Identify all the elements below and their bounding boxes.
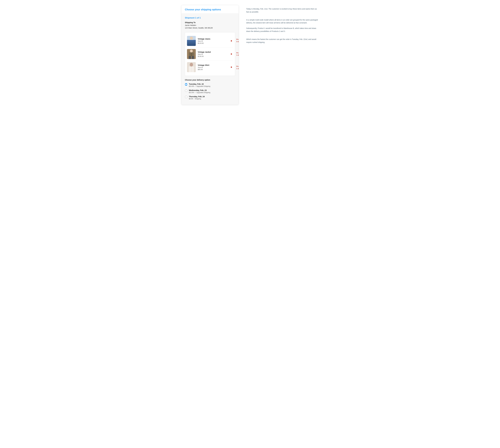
svg-rect-2 [189,40,193,42]
product-price: $119.00 [198,42,231,44]
annotation-transfer-text: Subsequently, Product 1 would be transfe… [246,27,319,33]
card-header: Choose your shipping options [181,5,239,14]
svg-point-1 [190,36,193,40]
shipping-to-name: Jamie Hebden [185,24,235,27]
delivery-option-3[interactable]: Thursday, Feb. 24 $8.99 – Shipping [185,96,235,100]
product-name: Vintage Jacket [198,51,231,53]
product-image-jacket [187,49,196,59]
product-image-jeans [187,36,196,46]
delivery-option-2[interactable]: Wednesday, Feb. 23 $15.99 — Upgraded Shi… [185,89,235,94]
radio-button-1[interactable] [185,83,187,86]
product-price: $130.50 [198,55,231,57]
delivery-option-1[interactable]: Tuesday, Feb. 22 $24.99 — Upgraded Shipp… [185,83,235,87]
annotation-dot-1 [231,40,232,42]
product-callout-3: Product 3 can be delivered in 1 day from… [236,65,239,70]
annotation-top: Today is Monday, Feb. 21st. The customer… [246,7,319,14]
annotation-fastest-text: Which means the fastest the customer can… [246,38,319,44]
product-info-jeans: Vintage Jeans Size M $119.00 [198,38,231,44]
products-container: Vintage Jeans Size M $119.00 [185,32,235,76]
svg-rect-3 [189,42,191,46]
shipping-card: Choose your shipping options Shipment 1 … [181,5,239,105]
annotations-panel: Today is Monday, Feb. 21st. The customer… [246,5,319,44]
shipment-label: Shipment 1 of 1 [185,17,235,19]
delivery-date-3: Thursday, Feb. 24 [189,96,205,97]
shipping-to-title: Shipping To [185,21,235,24]
page-title: Choose your shipping options [185,8,235,11]
annotation-fastest: Which means the fastest the customer can… [246,38,319,44]
shipping-to-address: 123 Main Street, Seattle, WA 98139 [185,27,235,29]
annotation-top-text: Today is Monday, Feb. 21st. The customer… [246,7,319,14]
radio-button-2[interactable] [185,89,187,92]
delivery-price-2: $15.99 — Upgraded Shipping [189,92,210,94]
product-size: Size M [198,53,231,55]
product-size: Size M [198,40,231,42]
delivery-option-info-3: Thursday, Feb. 24 $8.99 – Shipping [189,96,205,100]
svg-rect-8 [189,52,191,56]
product-row: Vintage Jacket Size M $130.50 [187,48,233,61]
delivery-date-2: Wednesday, Feb. 23 [189,89,210,91]
shipping-to-section: Shipping To Jamie Hebden 123 Main Street… [185,21,235,29]
product-info-jacket: Vintage Jacket Size M $130.50 [198,51,231,57]
delivery-date-1: Tuesday, Feb. 22 [189,83,210,85]
svg-point-13 [190,63,193,66]
product-price: $85.00 [198,68,231,70]
svg-point-6 [190,49,193,52]
product-callout-1: Product 1 can be delivered in 3 days fro… [236,38,239,43]
svg-rect-4 [192,42,194,46]
product-info-shirt: Vintage Shirt Size M $85.00 [198,64,231,70]
svg-rect-10 [189,56,191,59]
product-row: Vintage Shirt Size M $85.00 [187,61,233,74]
product-size: Size M [198,66,231,68]
delivery-price-3: $8.99 – Shipping [189,98,205,100]
delivery-title: Choose your delivery option [185,79,235,81]
products-wrapper: Vintage Jeans Size M $119.00 [185,32,235,76]
delivery-section: Choose your delivery option Tuesday, Feb… [185,79,235,100]
annotation-transfer: Subsequently, Product 1 would be transfe… [246,27,319,33]
delivery-option-info-2: Wednesday, Feb. 23 $15.99 — Upgraded Shi… [189,89,210,94]
annotation-multi-node: In a simple multi-node model where all i… [246,18,319,25]
product-image-shirt [187,62,196,72]
annotation-dot-3 [231,66,232,68]
annotation-dot-2 [231,53,232,55]
product-name: Vintage Jeans [198,38,231,40]
radio-inner [185,84,186,85]
delivery-price-1: $24.99 — Upgraded Shipping [189,85,210,87]
page-container: Choose your shipping options Shipment 1 … [181,5,319,105]
svg-rect-9 [192,52,194,56]
card-body: Shipment 1 of 1 Shipping To Jamie Hebden… [181,14,239,105]
product-row: Vintage Jeans Size M $119.00 [187,34,233,48]
radio-button-3[interactable] [185,96,187,98]
product-name: Vintage Shirt [198,64,231,66]
svg-rect-11 [192,56,194,59]
product-callout-labels: Product 1 can be delivered in 3 days fro… [236,32,239,76]
annotation-multi-node-text: In a simple multi-node model where all i… [246,18,319,25]
product-callout-2: Product 2 can be delivered in 1 day from… [236,52,239,56]
annotation-middle-group: In a simple multi-node model where all i… [246,18,319,33]
delivery-option-info-1: Tuesday, Feb. 22 $24.99 — Upgraded Shipp… [189,83,210,87]
